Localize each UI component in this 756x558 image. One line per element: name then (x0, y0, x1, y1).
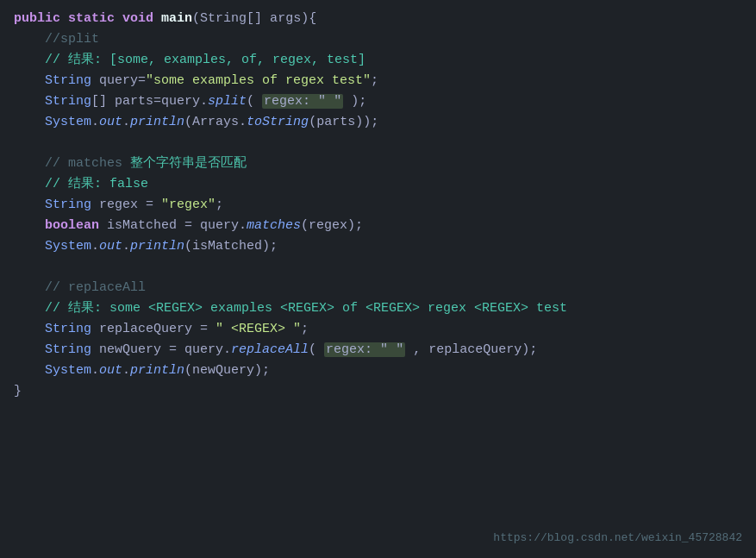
code-line-1: public static void main(String[] args){ (14, 9, 742, 29)
code-line-8: // 结果: false (14, 174, 742, 195)
code-line-blank2 (14, 257, 742, 278)
footer-url: https://blog.csdn.net/weixin_45728842 (493, 530, 742, 548)
code-line-6: System.out.println(Arrays.toString(parts… (14, 112, 742, 133)
code-line-15: String newQuery = query.replaceAll( rege… (14, 340, 742, 361)
code-line-12: // replaceAll (14, 278, 742, 298)
code-line-14: String replaceQuery = " <REGEX> "; (14, 319, 742, 340)
code-line-10: boolean isMatched = query.matches(regex)… (14, 216, 742, 236)
code-line-3: // 结果: [some, examples, of, regex, test] (14, 50, 742, 71)
code-line-2: //split (14, 29, 742, 50)
code-line-13: // 结果: some <REGEX> examples <REGEX> of … (14, 298, 742, 319)
code-line-11: System.out.println(isMatched); (14, 236, 742, 257)
code-line-7: // matches 整个字符串是否匹配 (14, 154, 742, 174)
code-line-17: } (14, 381, 742, 402)
code-line-9: String regex = "regex"; (14, 195, 742, 216)
code-line-4: String query="some examples of regex tes… (14, 71, 742, 91)
code-line-16: System.out.println(newQuery); (14, 361, 742, 381)
code-container: public static void main(String[] args){ … (0, 0, 756, 558)
code-line-blank1 (14, 133, 742, 154)
code-line-5: String[] parts=query.split( regex: " " )… (14, 91, 742, 112)
